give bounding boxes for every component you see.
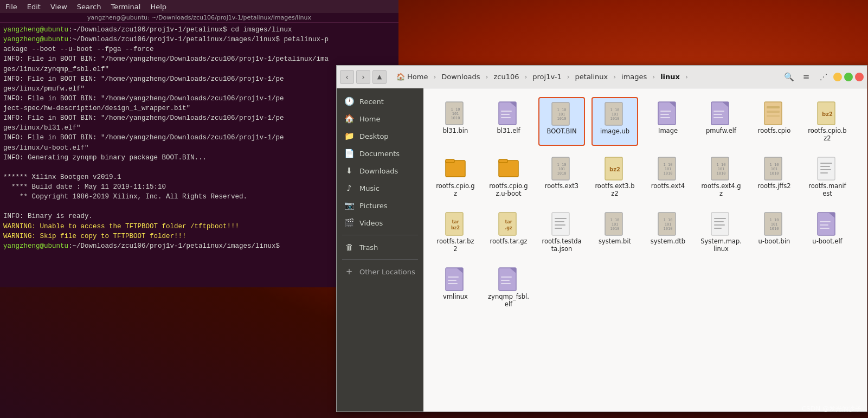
breadcrumb-home[interactable]: 🏠 Home [392, 71, 432, 82]
breadcrumb-petalinux[interactable]: petalinux [571, 71, 613, 82]
file-uboot-bin[interactable]: 1 10 101 1010 u-boot.bin [751, 208, 798, 256]
menu-file[interactable]: File [5, 3, 17, 11]
minimize-button[interactable] [833, 73, 842, 81]
sidebar-item-videos[interactable]: 🎬 Videos [337, 214, 423, 231]
sidebar-item-documents[interactable]: 📄 Documents [337, 145, 423, 162]
file-boot-bin[interactable]: 1 10 101 1010 BOOT.BIN [538, 97, 585, 146]
menu-edit[interactable]: Edit [27, 3, 41, 11]
svg-text:1010: 1010 [664, 227, 673, 231]
file-ubootbin-icon: 1 10 101 1010 [762, 211, 786, 237]
file-name: rootfs.tar.gz [490, 237, 528, 245]
sidebar-item-music[interactable]: ♪ Music [337, 179, 423, 197]
close-button[interactable] [855, 73, 864, 81]
file-system-bit[interactable]: 1 10 101 1010 system.bit [591, 208, 638, 256]
file-binary-icon: 1 10 101 1010 [603, 101, 627, 127]
sidebar-item-recent[interactable]: 🕐 Recent [337, 93, 423, 110]
file-uboot-elf[interactable]: u-boot.elf [804, 208, 851, 256]
file-rootfs-ext3-bz2[interactable]: bz2 rootfs.ext3.bz2 [591, 152, 638, 201]
svg-rect-20 [660, 114, 669, 115]
sidebar-item-trash[interactable]: 🗑 Trash [337, 239, 423, 256]
breadcrumb-downloads[interactable]: Downloads [437, 71, 484, 82]
svg-text:1010: 1010 [451, 116, 460, 120]
file-maplinux-icon [709, 211, 733, 237]
svg-text:101: 101 [558, 112, 565, 117]
menu-view[interactable]: View [50, 3, 67, 11]
file-rootfs-cpio-gz[interactable]: rootfs.cpio.gz [432, 152, 479, 201]
file-archive-icon [762, 101, 786, 127]
file-rootfs-testdata-json[interactable]: rootfs.testdata.json [538, 208, 585, 256]
view-list-button[interactable]: ≡ [799, 69, 814, 85]
svg-text:tar: tar [505, 220, 512, 224]
file-rootfs-jffs2[interactable]: 1 10 101 1010 rootfs.jffs2 [751, 152, 798, 201]
fm-toolbar: ‹ › ▲ 🏠 Home › Downloads › zcu106 › proj… [337, 66, 867, 88]
svg-rect-101 [501, 280, 510, 281]
file-name: rootfs.cpio.gz.u-boot [488, 182, 529, 197]
sidebar-pictures-label: Pictures [359, 202, 387, 210]
documents-icon: 📄 [344, 149, 354, 158]
file-bl31-bin[interactable]: 1 10 101 1010 bl31.bin [432, 97, 479, 146]
file-rootfs-ext4[interactable]: 1 10 101 1010 rootfs.ext4 [645, 152, 691, 201]
sidebar-item-downloads[interactable]: ⬇ Downloads [337, 162, 423, 179]
sidebar-desktop-label: Desktop [359, 132, 389, 140]
file-ext4-icon: 1 10 101 1010 [656, 156, 680, 182]
file-bl31-elf[interactable]: bl31.elf [485, 97, 532, 146]
breadcrumb-linux-label: linux [660, 73, 680, 81]
file-system-dtb[interactable]: 1 10 101 1010 system.dtb [645, 208, 691, 256]
file-zynqmp-fsbl-elf[interactable]: zynqmp_fsbl.elf [485, 263, 532, 312]
breadcrumb-linux[interactable]: linux [656, 71, 684, 82]
file-rootfs-ext4-gz[interactable]: 1 10 101 1010 rootfs.ext4.gz [698, 152, 744, 201]
file-rootfs-tar-gz[interactable]: tar .gz rootfs.tar.gz [485, 208, 532, 256]
file-rootfs-cpio-bz2[interactable]: bz2 rootfs.cpio.bz2 [804, 97, 851, 146]
file-image[interactable]: Image [645, 97, 691, 146]
sidebar-item-home[interactable]: 🏠 Home [337, 110, 423, 127]
file-pmufw-elf[interactable]: pmufw.elf [698, 97, 744, 146]
trash-icon: 🗑 [344, 242, 354, 252]
file-fsblelf-icon [497, 267, 520, 293]
file-rootfs-cpio[interactable]: rootfs.cpio [751, 97, 798, 146]
view-grid-button[interactable]: ⋰ [816, 69, 831, 85]
breadcrumb-zcu106[interactable]: zcu106 [489, 71, 523, 82]
file-rootfs-cpio-gz-uboot[interactable]: rootfs.cpio.gz.u-boot [485, 152, 532, 201]
menu-help[interactable]: Help [150, 3, 166, 11]
svg-text:bz2: bz2 [451, 226, 460, 230]
menu-terminal[interactable]: Terminal [111, 3, 140, 11]
breadcrumb-petalinux-label: petalinux [575, 73, 608, 81]
sidebar-item-pictures[interactable]: 📷 Pictures [337, 197, 423, 214]
file-rootfs-tar-bz2[interactable]: tar bz2 rootfs.tar.bz2 [432, 208, 479, 256]
search-button[interactable]: 🔍 [781, 69, 796, 85]
svg-rect-102 [501, 283, 511, 284]
breadcrumb-images[interactable]: images [617, 71, 651, 82]
svg-text:1010: 1010 [664, 171, 673, 176]
file-system-map-linux[interactable]: System.map.linux [698, 208, 744, 256]
svg-text:1010: 1010 [770, 171, 779, 176]
file-rootfs-manifest[interactable]: rootfs.manifest [804, 152, 851, 201]
file-name: u-boot.bin [758, 237, 790, 245]
menu-search[interactable]: Search [77, 3, 101, 11]
svg-rect-28 [767, 106, 780, 108]
svg-text:1010: 1010 [610, 117, 620, 121]
svg-rect-58 [820, 169, 831, 170]
svg-text:1
10: 1 10 [664, 218, 673, 222]
file-rootfs-ext3[interactable]: 1 10 101 1010 rootfs.ext3 [538, 152, 585, 201]
svg-rect-90 [820, 221, 831, 222]
nav-forward-button[interactable]: › [356, 70, 370, 84]
sidebar-trash-label: Trash [359, 243, 378, 252]
sidebar-item-desktop[interactable]: 📁 Desktop [337, 127, 423, 145]
fm-sidebar: 🕐 Recent 🏠 Home 📁 Desktop 📄 Documents ⬇ … [337, 88, 423, 411]
file-vmlinux[interactable]: vmlinux [432, 263, 479, 312]
svg-rect-80 [714, 218, 726, 219]
maximize-button[interactable] [844, 73, 853, 81]
pictures-icon: 📷 [344, 201, 354, 210]
nav-back-button[interactable]: ‹ [340, 70, 354, 84]
file-name: system.dtb [651, 237, 685, 245]
file-image-ub[interactable]: 1 10 101 1010 image.ub [591, 97, 638, 146]
svg-rect-29 [767, 111, 780, 113]
svg-rect-22 [711, 102, 729, 125]
nav-up-button[interactable]: ▲ [372, 70, 387, 84]
svg-rect-96 [448, 280, 456, 281]
sidebar-item-other[interactable]: + Other Locations [337, 263, 423, 280]
svg-rect-98 [499, 268, 516, 291]
term-line: yangzheng@ubuntu:~/Downloads/zcu106/proj… [3, 25, 395, 35]
breadcrumb-proj1v1[interactable]: proj1v-1 [528, 71, 565, 82]
file-bit-icon: 1 10 101 1010 [603, 211, 627, 237]
